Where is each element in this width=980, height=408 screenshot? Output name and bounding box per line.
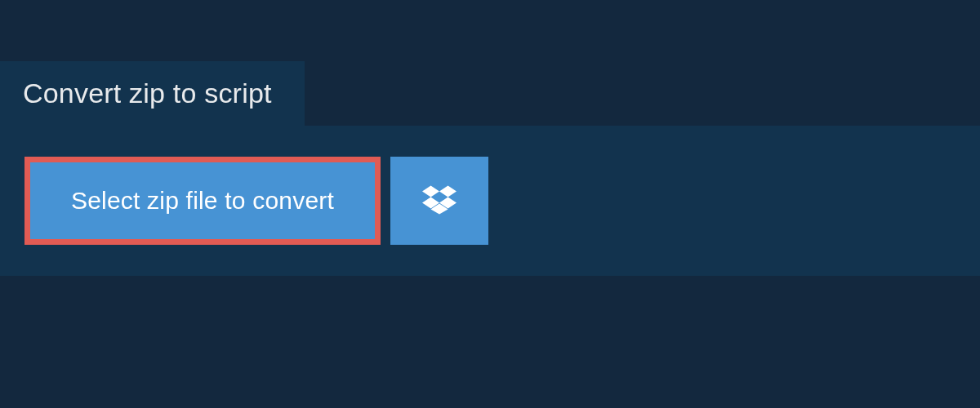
converter-panel: Select zip file to convert: [0, 126, 980, 276]
select-file-highlight: Select zip file to convert: [24, 157, 381, 245]
select-file-button[interactable]: Select zip file to convert: [30, 162, 375, 239]
dropbox-icon: [422, 183, 457, 220]
select-file-label: Select zip file to convert: [71, 187, 334, 214]
tab-bar: Convert zip to script: [0, 61, 980, 126]
tab-convert-zip-to-script[interactable]: Convert zip to script: [0, 61, 305, 126]
tab-label: Convert zip to script: [23, 78, 272, 109]
dropbox-button[interactable]: [390, 157, 488, 245]
